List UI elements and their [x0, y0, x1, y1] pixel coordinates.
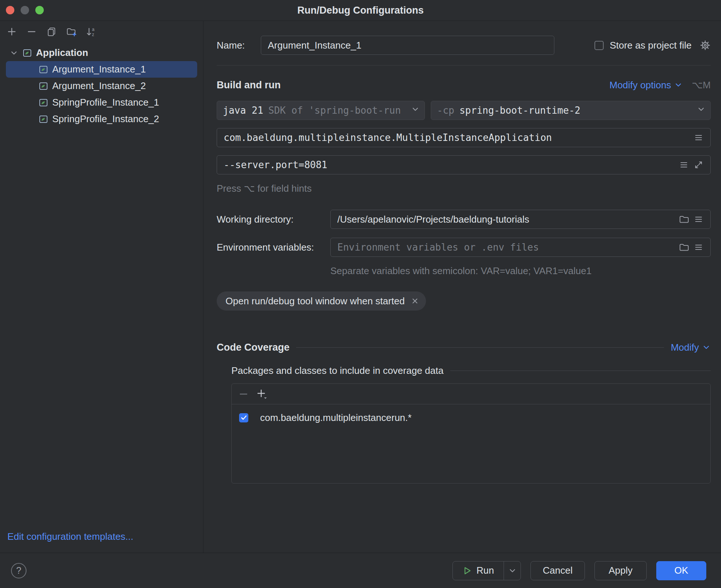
- check-icon: [240, 414, 248, 421]
- store-as-project-file-checkbox[interactable]: [594, 41, 604, 50]
- cancel-button[interactable]: Cancel: [530, 561, 585, 580]
- field-hints-text: Press ⌥ for field hints: [217, 183, 711, 194]
- working-directory-input[interactable]: [333, 214, 676, 225]
- coverage-entry-checkbox[interactable]: [239, 413, 248, 422]
- titlebar: Run/Debug Configurations: [0, 0, 721, 21]
- tree-item-label: SpringProfile_Instance_2: [52, 113, 159, 125]
- spring-boot-config-icon: [38, 98, 49, 108]
- sidebar-toolbar: az: [0, 21, 203, 42]
- sort-az-icon: az: [86, 26, 97, 37]
- run-split-button: Run: [452, 561, 521, 580]
- configurations-tree: Application Argument_Instance_1 Argument…: [0, 42, 203, 531]
- configuration-form: Name: Store as project file Build and ru…: [203, 21, 721, 553]
- store-as-project-file-label: Store as project file: [610, 40, 692, 51]
- chevron-down-icon: [674, 81, 683, 89]
- expand-icon: [693, 160, 704, 170]
- close-icon: [411, 297, 419, 305]
- browse-main-class-button[interactable]: [691, 130, 706, 145]
- sort-configurations-button[interactable]: az: [85, 25, 98, 38]
- modify-options-shortcut: ⌥M: [692, 79, 711, 91]
- coverage-packages-label: Packages and classes to include in cover…: [231, 365, 444, 376]
- remove-chip-button[interactable]: [411, 297, 419, 305]
- divider-line: [296, 347, 664, 348]
- copy-configuration-button[interactable]: [45, 25, 58, 38]
- gear-icon: [700, 40, 711, 51]
- run-button-label: Run: [476, 565, 494, 576]
- section-divider: [217, 65, 711, 65]
- build-and-run-title: Build and run: [217, 79, 281, 91]
- env-variables-editor-button[interactable]: [691, 240, 706, 255]
- chevron-down-icon[interactable]: [6, 48, 22, 58]
- environment-variables-label: Environment variables:: [217, 242, 330, 253]
- main-class-field: [217, 128, 711, 147]
- run-button[interactable]: Run: [453, 562, 504, 580]
- directory-macros-button[interactable]: [691, 212, 706, 227]
- tree-item-label: SpringProfile_Instance_1: [52, 97, 159, 108]
- coverage-remove-button[interactable]: [237, 387, 250, 401]
- run-debug-configurations-dialog: Run/Debug Configurations az: [0, 0, 721, 588]
- coverage-modify-link[interactable]: Modify: [671, 342, 711, 353]
- classpath-value: spring-boot-runtime-2: [459, 105, 580, 116]
- jre-value: java 21: [223, 105, 263, 116]
- remove-configuration-button[interactable]: [25, 25, 38, 38]
- working-directory-field: [330, 210, 711, 229]
- tree-item-springprofile-instance-1[interactable]: SpringProfile_Instance_1: [6, 94, 197, 111]
- dialog-footer: ? Run Cancel Apply OK: [0, 553, 721, 588]
- spring-boot-config-icon: [38, 64, 49, 75]
- svg-text:a: a: [92, 27, 95, 32]
- modify-options-link[interactable]: Modify options: [610, 79, 683, 91]
- tree-item-springprofile-instance-2[interactable]: SpringProfile_Instance_2: [6, 111, 197, 127]
- chevron-down-icon: [702, 343, 711, 352]
- add-configuration-button[interactable]: [5, 25, 18, 38]
- tree-group-application[interactable]: Application: [6, 45, 197, 61]
- edit-configuration-templates-link[interactable]: Edit configuration templates...: [7, 531, 203, 542]
- name-input[interactable]: [261, 36, 554, 55]
- tree-item-argument-instance-2[interactable]: Argument_Instance_2: [6, 78, 197, 94]
- ok-button[interactable]: OK: [656, 561, 706, 580]
- svg-text:z: z: [92, 32, 94, 37]
- spring-boot-config-icon: [38, 114, 49, 124]
- configurations-sidebar: az Application Argument_Instance_1: [0, 21, 203, 553]
- list-icon: [693, 214, 704, 224]
- main-class-input[interactable]: [219, 132, 691, 143]
- coverage-entry-label: com.baeldung.multipleinstancerun.*: [260, 412, 412, 424]
- store-settings-button[interactable]: [700, 40, 711, 51]
- browse-directory-button[interactable]: [676, 212, 691, 227]
- coverage-add-button[interactable]: [255, 387, 269, 401]
- chevron-down-icon: [411, 105, 420, 114]
- working-directory-label: Working directory:: [217, 214, 330, 225]
- tree-item-argument-instance-1[interactable]: Argument_Instance_1: [6, 61, 197, 78]
- jre-detail: SDK of 'spring-boot-run: [269, 105, 401, 116]
- classpath-module-combobox[interactable]: -cp spring-boot-runtime-2: [431, 101, 711, 120]
- coverage-entry-row[interactable]: com.baeldung.multipleinstancerun.*: [232, 410, 710, 426]
- jre-combobox[interactable]: java 21 SDK of 'spring-boot-run: [217, 101, 425, 120]
- program-arguments-input[interactable]: [219, 159, 676, 170]
- tree-item-label: Argument_Instance_1: [52, 64, 146, 75]
- code-coverage-title: Code Coverage: [217, 342, 290, 353]
- help-button[interactable]: ?: [11, 563, 26, 578]
- modify-options-label: Modify options: [610, 79, 671, 91]
- list-icon: [693, 242, 704, 252]
- browse-env-file-button[interactable]: [676, 240, 691, 255]
- new-folder-icon: [66, 26, 77, 37]
- list-icon: [679, 160, 689, 170]
- divider-line: [450, 371, 711, 371]
- new-folder-button[interactable]: [65, 25, 78, 38]
- tree-group-label: Application: [36, 47, 88, 59]
- coverage-toolbar: [232, 384, 710, 404]
- environment-variables-input[interactable]: [333, 242, 676, 253]
- zoom-window-button[interactable]: [35, 6, 44, 14]
- close-window-button[interactable]: [6, 6, 14, 14]
- run-options-caret[interactable]: [504, 562, 521, 580]
- spring-boot-config-icon: [38, 81, 49, 91]
- traffic-lights: [6, 6, 44, 14]
- environment-variables-field: [330, 238, 711, 257]
- run-icon: [462, 566, 472, 575]
- arguments-macros-button[interactable]: [676, 157, 691, 172]
- spring-boot-config-icon: [22, 48, 32, 58]
- apply-button[interactable]: Apply: [594, 561, 647, 580]
- coverage-modify-label: Modify: [671, 342, 699, 353]
- minus-icon: [26, 26, 37, 37]
- expand-arguments-button[interactable]: [691, 157, 706, 172]
- chevron-down-icon: [508, 566, 517, 575]
